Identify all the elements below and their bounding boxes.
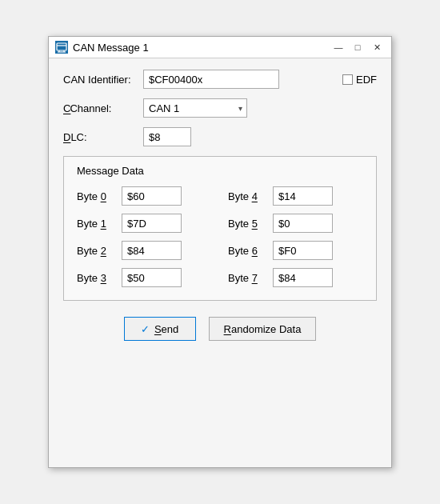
minimize-button[interactable]: — [330,41,346,54]
title-bar-left: CAN Message 1 [55,41,149,54]
group-legend: Message Data [77,165,363,177]
title-bar: CAN Message 1 — □ ✕ [49,37,391,58]
dlc-input[interactable] [143,127,191,146]
byte-label-1: Byte 1 [77,218,117,230]
main-window: CAN Message 1 — □ ✕ CAN Identifier: EDF … [48,36,392,468]
dlc-row: DLC: [63,127,377,146]
byte-label-3: Byte 3 [77,272,117,284]
randomize-button[interactable]: Randomize Data [209,317,317,341]
edf-label: EDF [356,74,377,86]
byte-input-5[interactable] [273,214,333,233]
svg-rect-0 [57,43,66,50]
byte-label-5: Byte 5 [228,218,268,230]
send-label: Send [154,323,178,335]
bytes-grid: Byte 0 Byte 4 Byte 1 Byte 5 Byte 2 [77,186,363,287]
edf-container: EDF [342,74,377,86]
byte-label-2: Byte 2 [77,245,117,257]
close-button[interactable]: ✕ [369,41,385,54]
channel-label: CChannel: [63,102,143,114]
window-icon [55,41,68,54]
byte-label-4: Byte 4 [228,190,268,202]
byte-input-3[interactable] [122,268,182,287]
byte-input-6[interactable] [273,241,333,260]
byte-input-7[interactable] [273,268,333,287]
byte-input-1[interactable] [122,214,182,233]
footer: ✓ Send Randomize Data [63,314,377,352]
dlc-label: DLC: [63,131,143,143]
byte-label-0: Byte 0 [77,190,117,202]
randomize-label: Randomize Data [224,323,302,335]
byte-label-7: Byte 7 [228,272,268,284]
byte-row-0: Byte 0 [77,186,212,206]
content-area: CAN Identifier: EDF CChannel: CAN 1 CAN … [49,58,391,366]
byte-input-4[interactable] [273,186,333,206]
identifier-label: CAN Identifier: [63,74,143,86]
byte-row-1: Byte 1 [77,214,212,233]
byte-input-0[interactable] [122,186,182,206]
byte-label-6: Byte 6 [228,245,268,257]
channel-label-text: Channel: [70,102,111,114]
dlc-label-rest: LC: [70,131,86,143]
identifier-input[interactable] [143,70,279,89]
edf-checkbox[interactable] [342,74,353,85]
channel-row: CChannel: CAN 1 CAN 2 CAN 3 ▾ [63,98,377,118]
message-data-group: Message Data Byte 0 Byte 4 Byte 1 Byte 5 [63,156,377,301]
byte-row-3: Byte 3 [77,268,212,287]
maximize-button[interactable]: □ [350,41,366,54]
dlc-label-underline: D [63,131,70,143]
byte-row-5: Byte 5 [228,214,363,233]
byte-input-2[interactable] [122,241,182,260]
send-underline: S [154,323,162,335]
title-controls: — □ ✕ [330,41,385,54]
identifier-row: CAN Identifier: EDF [63,70,377,89]
byte-row-6: Byte 6 [228,241,363,260]
byte-row-2: Byte 2 [77,241,212,260]
byte-row-7: Byte 7 [228,268,363,287]
byte-row-4: Byte 4 [228,186,363,206]
channel-select-wrapper: CAN 1 CAN 2 CAN 3 ▾ [143,98,247,118]
check-icon: ✓ [141,323,150,335]
randomize-underline: R [224,323,231,335]
window-title: CAN Message 1 [73,42,149,54]
channel-select[interactable]: CAN 1 CAN 2 CAN 3 [143,98,247,118]
send-button[interactable]: ✓ Send [124,317,196,341]
